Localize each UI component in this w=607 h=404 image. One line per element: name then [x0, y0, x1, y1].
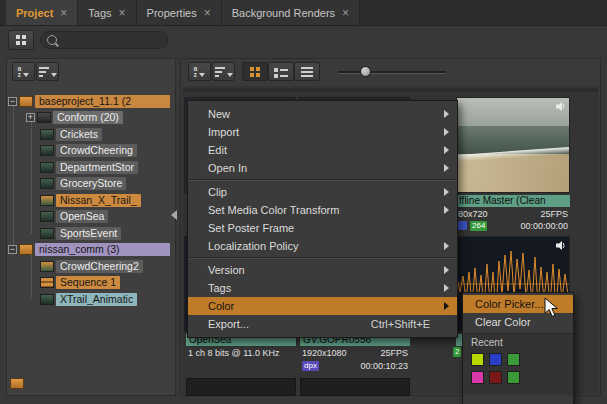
color-swatch[interactable]	[507, 371, 520, 384]
menu-item-tags[interactable]: Tags	[188, 279, 457, 297]
search-icon	[47, 35, 57, 45]
tree-item-nissan-comm[interactable]: − nissan_comm (3)	[8, 242, 170, 257]
menu-item-label: Set Media Color Transform	[208, 204, 444, 216]
clip-thumbnail-partial[interactable]	[300, 378, 410, 396]
list-view-icon	[301, 67, 313, 77]
tree-item-sportsevent[interactable]: SportsEvent	[8, 226, 170, 241]
view-list-button[interactable]	[294, 62, 320, 81]
tree-item-departmentstore[interactable]: DepartmentStor	[8, 160, 170, 175]
details-view-icon	[274, 67, 288, 77]
expander-icon[interactable]: +	[26, 113, 35, 122]
menu-item-open-in[interactable]: Open In	[188, 159, 457, 177]
view-thumbnails-button[interactable]	[242, 62, 268, 81]
tree-item-crowdcheering2[interactable]: CrowdCheering2	[8, 259, 170, 274]
clip-icon	[40, 261, 54, 272]
menu-item-edit[interactable]: Edit	[188, 141, 457, 159]
submenu-arrow-icon	[444, 188, 449, 196]
clip-thumbnail-partial[interactable]	[186, 378, 296, 396]
horizontal-scrollbar[interactable]	[183, 88, 598, 92]
panel-collapse-arrow-icon[interactable]	[171, 210, 177, 220]
color-swatch[interactable]	[471, 353, 484, 366]
speaker-icon	[555, 101, 566, 112]
menu-item-new[interactable]: New	[188, 105, 457, 123]
color-swatch[interactable]	[507, 353, 520, 366]
color-swatch[interactable]	[489, 371, 502, 384]
recent-color-swatches	[471, 353, 573, 384]
clip-thumbnail-offline-master[interactable]	[456, 97, 570, 193]
color-swatch[interactable]	[471, 371, 484, 384]
menu-item-localization-policy[interactable]: Localization Policy	[188, 237, 457, 255]
menu-item-export[interactable]: Export... Ctrl+Shift+E	[188, 315, 457, 333]
project-tree: − baseproject_11.1 (2 + Conform (20) Cri…	[8, 94, 172, 396]
tree-item-xtrail-animatic[interactable]: XTrail_Animatic	[8, 292, 170, 307]
tab-background-renders[interactable]: Background Renders ×	[222, 0, 360, 25]
clip-format-row: 1 ch 8 bits @ 11.0 KHz	[186, 347, 296, 358]
tree-item-label: Conform (20)	[53, 111, 123, 124]
menu-item-label: Export...	[208, 318, 371, 330]
menu-item-import[interactable]: Import	[188, 123, 457, 141]
sequence-icon	[40, 277, 54, 288]
menu-item-color[interactable]: Color	[188, 297, 457, 315]
arrow-down-icon	[23, 73, 29, 77]
thumbnail-sky	[457, 98, 569, 128]
close-icon[interactable]: ×	[119, 7, 126, 19]
menu-item-set-poster-frame[interactable]: Set Poster Frame	[188, 219, 457, 237]
tree-item-crowdcheering[interactable]: CrowdCheering	[8, 143, 170, 158]
menu-item-label: Color Picker...	[475, 298, 543, 310]
tree-item-nissan-x-trail[interactable]: Nissan_X_Trail_	[8, 193, 170, 208]
sort-alpha-icon: az	[18, 66, 22, 78]
project-icon	[19, 96, 33, 107]
menu-item-version[interactable]: Version	[188, 261, 457, 279]
clip-resolution-row: 1920x1080 25FPS	[300, 347, 410, 358]
submenu-arrow-placeholder	[444, 224, 449, 232]
tab-bar: Project × Tags × Properties × Background…	[0, 0, 607, 26]
thumbnail-size-slider[interactable]	[338, 71, 446, 74]
tree-item-conform[interactable]: + Conform (20)	[8, 110, 170, 125]
view-details-button[interactable]	[268, 62, 294, 81]
menu-separator	[189, 179, 456, 181]
expander-icon[interactable]: −	[8, 245, 17, 254]
menu-item-label: Tags	[208, 282, 444, 294]
menu-item-clip[interactable]: Clip	[188, 183, 457, 201]
tree-item-label: XTrail_Animatic	[56, 293, 137, 306]
close-icon[interactable]: ×	[60, 7, 67, 19]
tree-item-crickets[interactable]: Crickets	[8, 127, 170, 142]
clip-fps: 25FPS	[380, 348, 410, 358]
clip-codec-row: 264 00:00:00:00	[456, 220, 570, 231]
speaker-icon	[555, 240, 566, 251]
tab-tags[interactable]: Tags ×	[78, 0, 136, 25]
tree-item-sequence-1[interactable]: Sequence 1	[8, 275, 170, 290]
tab-project[interactable]: Project ×	[6, 0, 78, 25]
clip-name[interactable]: ffline Master (Clean	[456, 195, 570, 207]
menu-item-set-media-color-transform[interactable]: Set Media Color Transform	[188, 201, 457, 219]
tree-item-baseproject[interactable]: − baseproject_11.1 (2	[8, 94, 170, 109]
menu-item-label: Color	[208, 300, 444, 312]
clip-audio-format: 1 ch 8 bits @ 11.0 KHz	[188, 348, 280, 358]
color-swatch[interactable]	[489, 353, 502, 366]
slider-handle[interactable]	[360, 66, 371, 77]
expander-icon[interactable]: −	[8, 97, 17, 106]
context-menu: New Import Edit Open In Clip Set Media C…	[187, 100, 458, 338]
close-icon[interactable]: ×	[342, 7, 349, 19]
tree-item-label: Sequence 1	[56, 276, 120, 289]
tab-properties[interactable]: Properties ×	[137, 0, 222, 25]
search-input[interactable]	[40, 31, 168, 49]
layout-grid-button[interactable]	[8, 30, 34, 50]
bin-sort-order-button[interactable]	[212, 62, 235, 81]
tab-label: Properties	[147, 7, 197, 19]
tree-item-grocerystore[interactable]: GroceryStore	[8, 176, 170, 191]
submenu-arrow-icon	[444, 284, 449, 292]
submenu-arrow-icon	[444, 110, 449, 118]
submenu-arrow-icon	[444, 128, 449, 136]
tree-sort-order-button[interactable]	[36, 62, 59, 81]
close-icon[interactable]: ×	[204, 7, 211, 19]
tree-item-opensea[interactable]: OpenSea	[8, 209, 170, 224]
tree-sort-alpha-button[interactable]: az	[12, 62, 35, 81]
clip-icon	[40, 195, 54, 206]
arrow-down-icon	[51, 73, 57, 77]
menu-item-label: Set Poster Frame	[208, 222, 444, 234]
clip-timecode: 00:00:00:00	[520, 221, 570, 231]
menu-item-shortcut: Ctrl+Shift+E	[371, 318, 430, 330]
project-icon-bottom[interactable]	[10, 378, 24, 389]
bin-sort-alpha-button[interactable]: az	[188, 62, 211, 81]
